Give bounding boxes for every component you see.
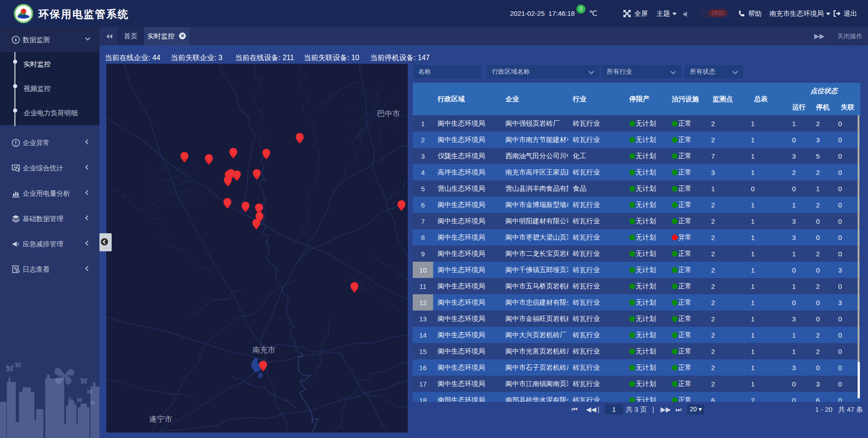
svg-text:遂宁市: 遂宁市 — [149, 415, 172, 424]
svg-text:巴中市: 巴中市 — [377, 109, 400, 118]
svg-text:南充市: 南充市 — [252, 346, 275, 354]
